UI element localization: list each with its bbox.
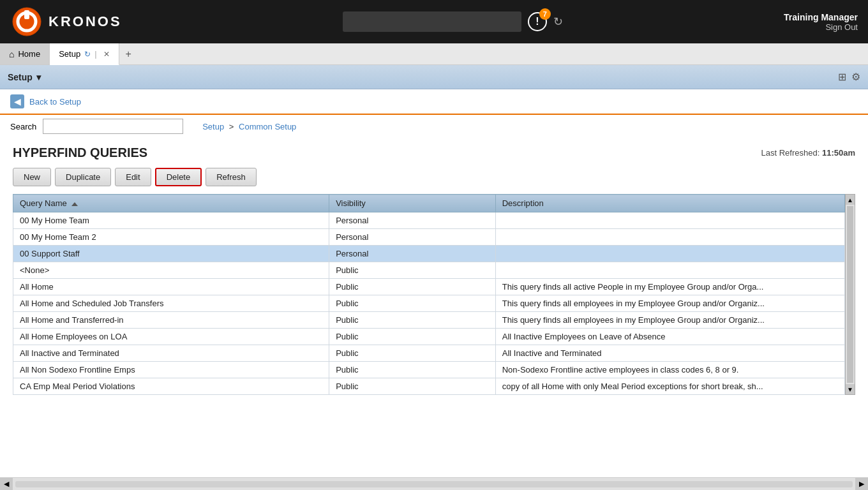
table-row[interactable]: <None>Public xyxy=(13,262,845,279)
tab-setup-label: Setup xyxy=(59,49,80,59)
table-row[interactable]: All Home and Transferred-inPublicThis qu… xyxy=(13,312,845,329)
horizontal-scrollbar[interactable]: ◀ ▶ xyxy=(0,477,868,490)
tab-close-icon[interactable]: ✕ xyxy=(103,50,110,59)
back-bar: ◀ Back to Setup xyxy=(0,89,868,115)
duplicate-button[interactable]: Duplicate xyxy=(55,168,111,186)
table-row[interactable]: 00 Support StaffPersonal xyxy=(13,246,845,262)
cell-query-name: All Inactive and Terminated xyxy=(13,345,329,362)
edit-button[interactable]: Edit xyxy=(115,168,151,186)
table-row[interactable]: CA Emp Meal Period ViolationsPubliccopy … xyxy=(13,378,845,395)
setup-grid-icon[interactable]: ⊞ xyxy=(838,71,846,83)
cell-query-name: All Home and Scheduled Job Transfers xyxy=(13,295,329,312)
cell-description: All Inactive and Terminated xyxy=(495,345,844,362)
cell-query-name: 00 Support Staff xyxy=(13,246,329,262)
global-refresh-icon[interactable]: ↻ xyxy=(553,15,563,29)
new-button[interactable]: New xyxy=(13,168,51,186)
cell-query-name: All Home and Transferred-in xyxy=(13,312,329,329)
global-search-input[interactable] xyxy=(343,11,521,32)
content-area: ◀ Back to Setup Search Setup > Common Se… xyxy=(0,89,868,490)
setup-icons-area: ⊞ ⚙ xyxy=(838,71,860,83)
cell-visibility: Public xyxy=(329,279,496,295)
cell-description: copy of all Home with only Meal Period e… xyxy=(495,378,844,395)
cell-visibility: Personal xyxy=(329,246,496,262)
scroll-right-arrow[interactable]: ▶ xyxy=(855,478,868,491)
delete-button[interactable]: Delete xyxy=(155,168,202,186)
scroll-down-arrow[interactable]: ▼ xyxy=(846,384,855,394)
alert-symbol: ! xyxy=(535,16,539,27)
table-row[interactable]: All Inactive and TerminatedPublicAll Ina… xyxy=(13,345,845,362)
svg-rect-2 xyxy=(24,10,29,19)
breadcrumb-setup[interactable]: Setup xyxy=(202,122,224,131)
cell-description: This query finds all employees in my Emp… xyxy=(495,295,844,312)
cell-visibility: Personal xyxy=(329,229,496,246)
breadcrumb-common-setup[interactable]: Common Setup xyxy=(239,122,296,131)
cell-visibility: Public xyxy=(329,295,496,312)
cell-visibility: Public xyxy=(329,378,496,395)
cell-visibility: Public xyxy=(329,329,496,345)
col-visibility[interactable]: Visibility xyxy=(329,195,496,212)
table-body: 00 My Home TeamPersonal00 My Home Team 2… xyxy=(13,212,845,395)
cell-description xyxy=(495,262,844,279)
cell-visibility: Public xyxy=(329,262,496,279)
last-refreshed-time: 11:50am xyxy=(822,148,855,158)
back-arrow-button[interactable]: ◀ xyxy=(10,94,24,108)
col-query-name[interactable]: Query Name xyxy=(13,195,329,212)
cell-description: Non-Sodexo Frontline active employees in… xyxy=(495,362,844,378)
col-visibility-label: Visibility xyxy=(336,198,366,208)
cell-description xyxy=(495,246,844,262)
cell-query-name: All Home Employees on LOA xyxy=(13,329,329,345)
table-row[interactable]: All Home and Scheduled Job TransfersPubl… xyxy=(13,295,845,312)
setup-label[interactable]: Setup ▾ xyxy=(8,72,41,82)
top-nav-bar: KRONOS ! 7 ↻ Training Manager Sign Out xyxy=(0,0,868,43)
page-title: HYPERFIND QUERIES xyxy=(13,145,147,160)
tab-bar: ⌂ Home Setup ↻ | ✕ + xyxy=(0,43,868,65)
user-area: Training Manager Sign Out xyxy=(784,12,858,32)
table-row[interactable]: All HomePublicThis query finds all activ… xyxy=(13,279,845,295)
breadcrumb-sep: > xyxy=(229,122,234,131)
breadcrumb: Setup > Common Setup xyxy=(202,122,296,131)
cell-query-name: <None> xyxy=(13,262,329,279)
toolbar: New Duplicate Edit Delete Refresh xyxy=(13,168,855,186)
setup-bar: Setup ▾ ⊞ ⚙ xyxy=(0,65,868,89)
table-row[interactable]: 00 My Home Team 2Personal xyxy=(13,229,845,246)
search-row: Search Setup > Common Setup xyxy=(0,115,868,139)
tab-home[interactable]: ⌂ Home xyxy=(0,43,50,64)
top-center-area: ! 7 ↻ xyxy=(343,11,563,32)
col-query-name-label: Query Name xyxy=(20,198,67,208)
cell-query-name: 00 My Home Team xyxy=(13,212,329,229)
scroll-left-arrow[interactable]: ◀ xyxy=(0,478,13,491)
scroll-up-arrow[interactable]: ▲ xyxy=(846,195,855,205)
table-wrapper: Query Name Visibility Description 00 My … xyxy=(13,194,855,395)
queries-table: Query Name Visibility Description 00 My … xyxy=(13,194,845,395)
last-refreshed-label: Last Refreshed: xyxy=(761,148,820,158)
table-row[interactable]: 00 My Home TeamPersonal xyxy=(13,212,845,229)
refresh-button[interactable]: Refresh xyxy=(206,168,257,186)
search-input[interactable] xyxy=(43,119,183,134)
tab-refresh-icon[interactable]: ↻ xyxy=(84,50,91,59)
table-row[interactable]: All Non Sodexo Frontline EmpsPublicNon-S… xyxy=(13,362,845,378)
logo-text: KRONOS xyxy=(49,13,122,30)
setup-label-text: Setup xyxy=(8,72,33,82)
cell-query-name: CA Emp Meal Period Violations xyxy=(13,378,329,395)
main-panel: HYPERFIND QUERIES Last Refreshed: 11:50a… xyxy=(0,139,868,401)
sign-out-link[interactable]: Sign Out xyxy=(825,22,858,32)
alert-count: 7 xyxy=(539,8,551,20)
search-label: Search xyxy=(10,122,36,131)
back-to-setup-link[interactable]: Back to Setup xyxy=(29,97,81,107)
tab-home-label: Home xyxy=(18,49,40,59)
cell-query-name: All Home xyxy=(13,279,329,295)
horizontal-scroll-track[interactable] xyxy=(15,481,853,487)
cell-query-name: 00 My Home Team 2 xyxy=(13,229,329,246)
cell-description: This query finds all employees in my Emp… xyxy=(495,312,844,329)
alert-badge[interactable]: ! 7 xyxy=(528,12,547,31)
logo-area: KRONOS xyxy=(10,6,122,37)
add-tab-button[interactable]: + xyxy=(119,43,138,64)
col-description-label: Description xyxy=(502,198,544,208)
setup-gear-icon[interactable]: ⚙ xyxy=(851,71,860,83)
col-description[interactable]: Description xyxy=(495,195,844,212)
table-row[interactable]: All Home Employees on LOAPublicAll Inact… xyxy=(13,329,845,345)
user-name: Training Manager xyxy=(784,12,858,22)
cell-description: This query finds all active People in my… xyxy=(495,279,844,295)
tab-setup[interactable]: Setup ↻ | ✕ xyxy=(50,43,119,65)
vertical-scrollbar[interactable]: ▲ ▼ xyxy=(845,194,855,395)
